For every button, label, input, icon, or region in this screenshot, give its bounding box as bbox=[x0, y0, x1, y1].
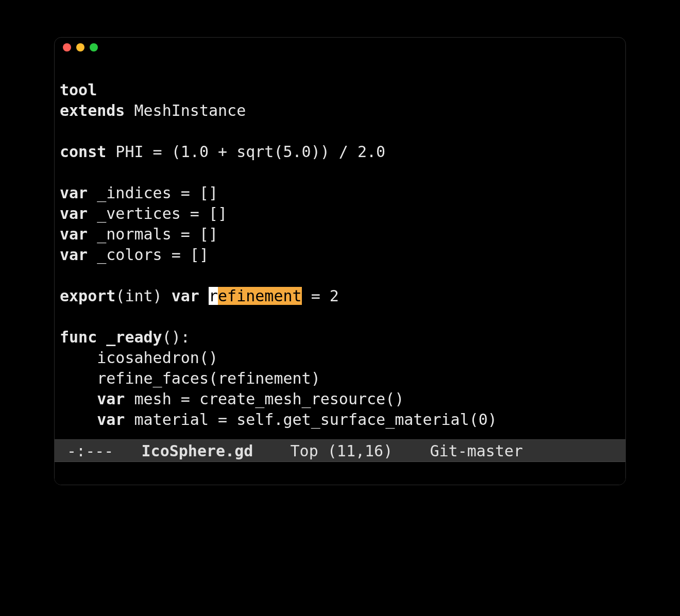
keyword-var: var bbox=[60, 184, 88, 202]
code-text bbox=[60, 410, 97, 429]
keyword-var: var bbox=[60, 225, 88, 243]
modeline-git: Git-master bbox=[411, 442, 532, 460]
keyword-tool: tool bbox=[60, 81, 97, 99]
keyword-var: var bbox=[60, 246, 88, 264]
function-name: _ready bbox=[97, 328, 162, 346]
code-text bbox=[60, 390, 97, 408]
highlighted-word: efinement bbox=[218, 287, 302, 305]
keyword-var: var bbox=[97, 390, 125, 408]
zoom-icon[interactable] bbox=[90, 43, 98, 52]
modeline-status: -:--- bbox=[58, 442, 123, 460]
minimize-icon[interactable] bbox=[76, 43, 84, 52]
keyword-var: var bbox=[97, 410, 125, 429]
code-text: _indices = [] bbox=[88, 184, 218, 202]
close-icon[interactable] bbox=[63, 43, 71, 52]
code-text: material = self.get_surface_material(0) bbox=[125, 410, 497, 429]
modeline-position: Top (11,16) bbox=[271, 442, 411, 460]
code-text: icosahedron() bbox=[60, 349, 218, 367]
code-editor[interactable]: tool extends MeshInstance const PHI = (1… bbox=[55, 57, 625, 439]
code-text: PHI = (1.0 + sqrt(5.0)) / 2.0 bbox=[106, 143, 385, 161]
cursor: r bbox=[209, 287, 218, 305]
code-text: _colors = [] bbox=[88, 246, 209, 264]
minibuffer[interactable] bbox=[55, 462, 625, 485]
code-text: MeshInstance bbox=[125, 101, 246, 119]
modeline-filename: IcoSphere.gd bbox=[123, 442, 271, 460]
keyword-var: var bbox=[60, 204, 88, 223]
keyword-export: export bbox=[60, 287, 115, 305]
keyword-func: func bbox=[60, 328, 97, 346]
code-text: (int) bbox=[115, 287, 171, 305]
titlebar bbox=[55, 38, 625, 57]
code-text bbox=[199, 287, 209, 305]
code-text: (): bbox=[162, 328, 190, 346]
keyword-extends: extends bbox=[60, 101, 125, 119]
keyword-const: const bbox=[60, 143, 106, 161]
code-text: refine_faces(refinement) bbox=[60, 369, 320, 387]
modeline: -:--- IcoSphere.gd Top (11,16) Git-maste… bbox=[55, 439, 625, 462]
code-text: _normals = [] bbox=[88, 225, 218, 243]
code-text: = 2 bbox=[302, 287, 339, 305]
editor-window: tool extends MeshInstance const PHI = (1… bbox=[54, 37, 626, 485]
code-text: _vertices = [] bbox=[88, 204, 227, 223]
code-text: mesh = create_mesh_resource() bbox=[125, 390, 404, 408]
keyword-var: var bbox=[172, 287, 199, 305]
